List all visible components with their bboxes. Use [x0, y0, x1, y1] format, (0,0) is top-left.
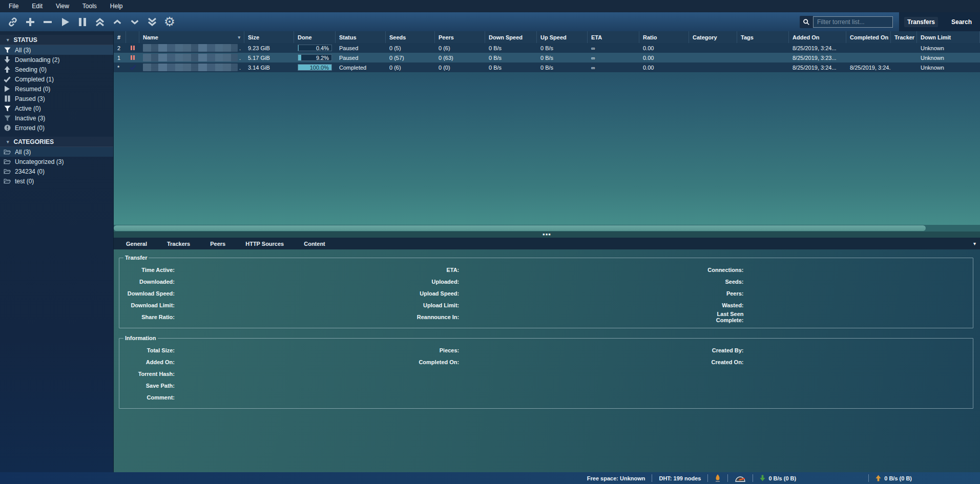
transfers-button[interactable]: Transfers [904, 17, 938, 27]
row-eta: ∞ [588, 43, 639, 53]
menu-tools[interactable]: Tools [76, 0, 103, 12]
sidebar-item-errored[interactable]: Errored (0) [0, 123, 113, 133]
connection-status[interactable] [708, 474, 727, 482]
completed-on-label: Completed On: [404, 359, 459, 365]
menu-view[interactable]: View [49, 0, 76, 12]
torrent-hash-label: Torrent Hash: [119, 371, 175, 377]
sidebar-item-resumed[interactable]: Resumed (0) [0, 84, 113, 94]
collapse-triangle-icon: ▾ [7, 37, 9, 43]
splitter-handle-icon[interactable]: ▪▪▪ [543, 233, 551, 236]
menu-help[interactable]: Help [103, 0, 130, 12]
filter-torrent-input[interactable] [813, 16, 893, 28]
status-section-header[interactable]: ▾ STATUS [0, 35, 113, 45]
detail-tabstrip: General Trackers Peers HTTP Sources Cont… [114, 238, 980, 249]
speed-gauge-icon [735, 475, 746, 482]
search-button[interactable]: Search [948, 17, 975, 27]
toolbar: ⚙ Transfers Search [0, 12, 980, 31]
col-number[interactable]: # [114, 31, 126, 43]
row-done: 9.2% [294, 53, 336, 62]
sidebar-category-test[interactable]: test (0) [0, 176, 113, 186]
tab-trackers[interactable]: Trackers [165, 240, 192, 248]
add-torrent-icon[interactable] [22, 14, 39, 30]
col-status[interactable]: Status [336, 31, 386, 43]
col-down-limit[interactable]: Down Limit [917, 31, 980, 43]
sidebar-item-label: Paused (3) [15, 95, 45, 102]
paused-state-icon [131, 46, 135, 50]
progress-bar: 9.2% [298, 54, 332, 61]
panel-splitter[interactable]: ▪▪▪ [114, 232, 980, 238]
alt-speed-limits[interactable] [728, 475, 753, 482]
sidebar-item-inactive[interactable]: Inactive (3) [0, 113, 113, 123]
sidebar-item-label: All (3) [15, 149, 31, 156]
queue-top-icon[interactable] [91, 14, 109, 30]
tab-http-sources[interactable]: HTTP Sources [244, 240, 285, 248]
col-peers[interactable]: Peers [435, 31, 485, 43]
sidebar-item-label: Uncategorized (3) [15, 158, 64, 165]
col-size[interactable]: Size [244, 31, 294, 43]
sidebar-item-all[interactable]: All (3) [0, 45, 113, 55]
col-added-on[interactable]: Added On [789, 31, 846, 43]
row-queue-number: * [114, 62, 126, 72]
col-name[interactable]: Name ▾ [139, 31, 244, 43]
tab-general[interactable]: General [124, 240, 149, 248]
free-space-status: Free space: Unknown [580, 475, 652, 481]
col-ratio[interactable]: Ratio [639, 31, 689, 43]
col-seeds[interactable]: Seeds [386, 31, 435, 43]
row-queue-number: 1 [114, 53, 126, 62]
horizontal-scrollbar[interactable] [114, 225, 980, 232]
total-size-label: Total Size: [119, 347, 175, 353]
row-name: . [139, 62, 244, 72]
folder-open-icon [3, 158, 11, 165]
scrollbar-thumb[interactable] [114, 225, 926, 231]
collapse-triangle-icon: ▾ [7, 139, 9, 144]
delete-torrent-icon[interactable] [39, 14, 56, 30]
categories-section-header[interactable]: ▾ CATEGORIES [0, 137, 113, 147]
row-peers: 0 (6) [435, 43, 485, 53]
folder-open-icon [3, 178, 11, 185]
menu-edit[interactable]: Edit [25, 0, 49, 12]
row-added-on: 8/25/2019, 3:23... [789, 53, 846, 62]
col-tracker[interactable]: Tracker [891, 31, 917, 43]
row-done: 0.4% [294, 43, 336, 53]
resume-icon[interactable] [56, 14, 74, 30]
reannounce-in-label: Reannounce In: [404, 314, 459, 320]
col-up-speed[interactable]: Up Speed [537, 31, 588, 43]
completed-check-icon [130, 65, 136, 70]
col-eta[interactable]: ETA [588, 31, 639, 43]
queue-down-icon[interactable] [126, 14, 143, 30]
upload-arrow-icon [3, 66, 11, 73]
row-tracker [891, 53, 917, 62]
row-tags [737, 62, 789, 72]
col-done[interactable]: Done [294, 31, 336, 43]
sidebar-item-active[interactable]: Active (0) [0, 103, 113, 113]
sidebar-item-seeding[interactable]: Seeding (0) [0, 65, 113, 74]
col-category[interactable]: Category [689, 31, 737, 43]
sidebar-item-downloading[interactable]: Downloading (2) [0, 55, 113, 65]
row-category [689, 62, 737, 72]
sidebar-item-paused[interactable]: Paused (3) [0, 94, 113, 103]
queue-up-icon[interactable] [109, 14, 126, 30]
sidebar-category-234234[interactable]: 234234 (0) [0, 166, 113, 176]
sidebar-category-uncategorized[interactable]: Uncategorized (3) [0, 157, 113, 166]
table-row[interactable]: 2 . 9.23 GiB 0.4% Paused 0 (5) 0 (6) 0 B… [114, 43, 980, 53]
tab-content[interactable]: Content [302, 240, 327, 248]
chevron-down-icon[interactable]: ▾ [973, 241, 976, 246]
col-completed-on[interactable]: Completed On [846, 31, 891, 43]
table-row[interactable]: 1 . 5.17 GiB 9.2% Paused 0 (57) 0 (63) 0… [114, 53, 980, 62]
table-row[interactable]: * . 3.14 GiB 100.0% Completed 0 (6) 0 (0… [114, 62, 980, 72]
pause-icon[interactable] [74, 14, 91, 30]
row-size: 9.23 GiB [244, 43, 294, 53]
downloaded-label: Downloaded: [119, 279, 175, 285]
sidebar-category-all[interactable]: All (3) [0, 147, 113, 157]
menu-file[interactable]: File [2, 0, 25, 12]
col-down-speed[interactable]: Down Speed [485, 31, 537, 43]
time-active-label: Time Active: [119, 267, 175, 273]
link-icon[interactable] [4, 14, 22, 30]
sidebar-item-completed[interactable]: Completed (1) [0, 74, 113, 84]
col-state[interactable] [126, 31, 139, 43]
settings-gear-icon[interactable]: ⚙ [161, 14, 178, 30]
col-tags[interactable]: Tags [737, 31, 789, 43]
queue-bottom-icon[interactable] [143, 14, 161, 30]
tab-peers[interactable]: Peers [208, 240, 227, 248]
row-ratio: 0.00 [639, 43, 689, 53]
